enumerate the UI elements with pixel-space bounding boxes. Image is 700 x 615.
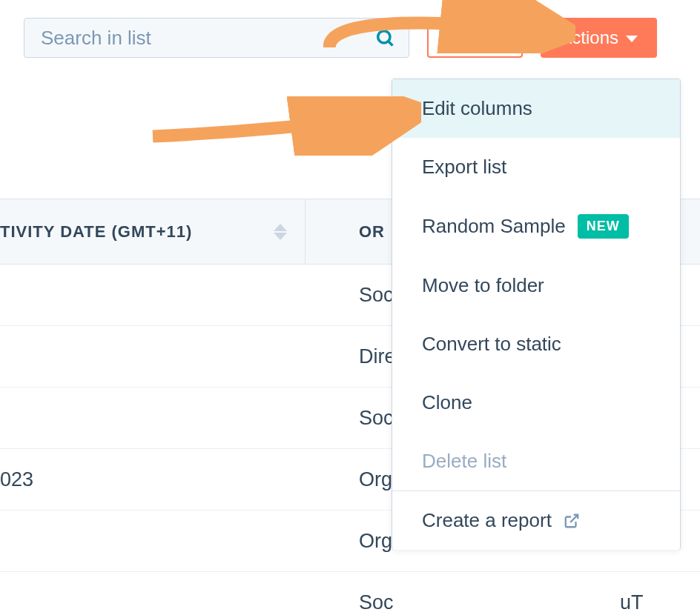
dropdown-item-convert-to-static[interactable]: Convert to static <box>392 315 680 373</box>
dropdown-item-random-sample[interactable]: Random Sample NEW <box>392 196 680 256</box>
dropdown-item-label: Delete list <box>422 450 506 473</box>
actions-button-label: Actions <box>560 27 618 48</box>
cell: uT <box>602 591 700 614</box>
svg-line-1 <box>389 41 393 46</box>
cell: 023 <box>0 468 306 491</box>
actions-dropdown: Edit columns Export list Random Sample N… <box>392 79 681 550</box>
dropdown-item-label: Edit columns <box>422 97 532 120</box>
dropdown-item-edit-columns[interactable]: Edit columns <box>392 79 680 138</box>
dropdown-item-label: Convert to static <box>422 333 561 356</box>
cell: Soc <box>306 591 602 614</box>
search-icon <box>374 27 395 48</box>
column-header-label: TIVITY DATE (GMT+11) <box>0 222 192 242</box>
new-badge: NEW <box>578 214 629 239</box>
external-link-icon <box>564 513 580 529</box>
dropdown-item-label: Move to folder <box>422 274 544 297</box>
dropdown-item-delete-list[interactable]: Delete list <box>392 432 680 491</box>
svg-line-2 <box>570 514 578 522</box>
actions-button[interactable]: Actions <box>541 18 657 58</box>
dropdown-item-clone[interactable]: Clone <box>392 373 680 432</box>
search-wrapper[interactable] <box>24 18 409 58</box>
dropdown-item-move-to-folder[interactable]: Move to folder <box>392 256 680 315</box>
svg-point-0 <box>378 31 390 43</box>
search-input[interactable] <box>41 27 374 50</box>
dropdown-item-export-list[interactable]: Export list <box>392 138 680 196</box>
sort-asc-icon <box>274 224 287 231</box>
sort-desc-icon <box>274 233 287 240</box>
column-header-activity-date[interactable]: TIVITY DATE (GMT+11) <box>0 199 306 264</box>
caret-down-icon <box>626 36 638 42</box>
details-button[interactable]: Details <box>427 18 523 58</box>
dropdown-item-label: Export list <box>422 156 506 179</box>
table-row[interactable]: Soc uT <box>0 572 700 615</box>
dropdown-item-label: Create a report <box>422 509 552 532</box>
dropdown-item-label: Random Sample <box>422 215 566 238</box>
dropdown-item-create-report[interactable]: Create a report <box>392 491 680 550</box>
column-header-label: OR <box>359 222 385 241</box>
dropdown-item-label: Clone <box>422 391 472 414</box>
sort-icon[interactable] <box>274 224 287 240</box>
annotation-arrow-edit-columns <box>147 96 421 156</box>
toolbar: Details Actions <box>0 0 700 67</box>
